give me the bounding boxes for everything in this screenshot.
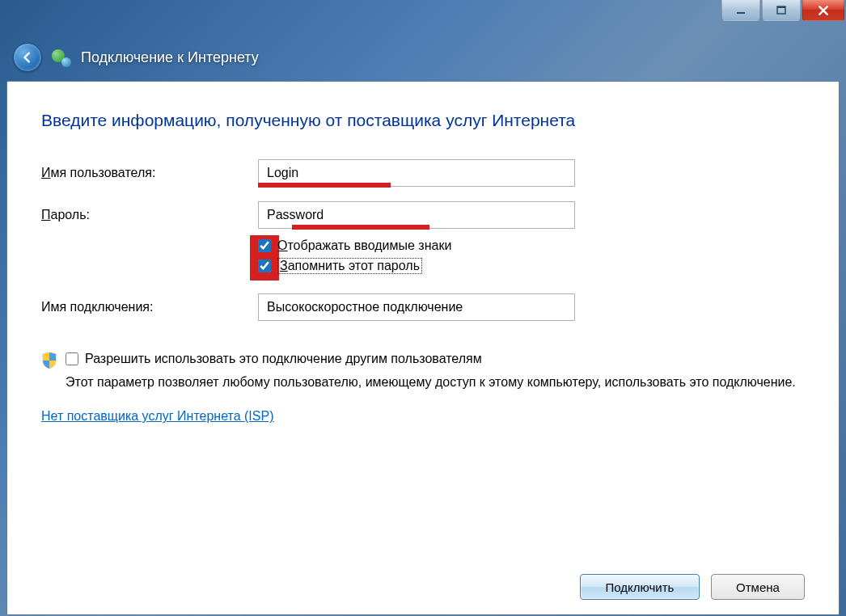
arrow-left-icon [20,50,35,65]
minimize-icon [736,6,746,15]
shield-icon [41,352,57,369]
remember-password-label[interactable]: Запомнить этот пароль [277,258,422,274]
username-row: Имя пользователя: [41,159,805,187]
password-label: Пароль: [41,208,258,222]
wizard-title: Подключение к Интернету [81,49,259,66]
share-connection-row: Разрешить использовать это подключение д… [41,352,805,391]
close-button[interactable] [802,0,844,21]
show-characters-label[interactable]: Отображать вводимые знаки [277,238,451,253]
annotation-highlight [292,225,429,230]
wizard-header: Подключение к Интернету [6,34,840,81]
share-connection-label[interactable]: Разрешить использовать это подключение д… [85,352,482,366]
maximize-button[interactable] [762,0,801,21]
connection-name-input[interactable] [258,293,575,321]
no-isp-link[interactable]: Нет поставщика услуг Интернета (ISP) [41,409,273,424]
connect-button[interactable]: Подключить [580,574,700,600]
svg-rect-0 [737,12,745,14]
share-connection-description: Этот параметр позволяет любому пользоват… [66,373,805,391]
show-characters-row: Отображать вводимые знаки [258,238,805,253]
username-label: Имя пользователя: [41,166,258,180]
connection-name-label: Имя подключения: [41,300,258,314]
remember-password-checkbox[interactable] [258,259,271,272]
back-button[interactable] [13,43,42,72]
connection-name-row: Имя подключения: [41,293,805,321]
password-options: Отображать вводимые знаки Запомнить этот… [258,238,805,274]
minimize-button[interactable] [721,0,760,21]
annotation-highlight [258,183,391,188]
cancel-button[interactable]: Отмена [711,574,805,600]
window-controls [721,0,844,21]
connection-wizard-icon [52,48,71,67]
form-area: Имя пользователя: Пароль: Отображать вво… [41,159,805,559]
maximize-icon [776,6,786,15]
close-icon [818,5,829,16]
svg-rect-2 [777,6,785,8]
page-heading: Введите информацию, полученную от постав… [41,111,805,130]
content-panel: Введите информацию, полученную от постав… [6,81,840,615]
show-characters-checkbox[interactable] [258,239,271,252]
remember-password-row: Запомнить этот пароль [258,258,805,274]
password-row: Пароль: [41,201,805,229]
button-row: Подключить Отмена [41,559,805,600]
share-connection-checkbox[interactable] [66,352,78,365]
